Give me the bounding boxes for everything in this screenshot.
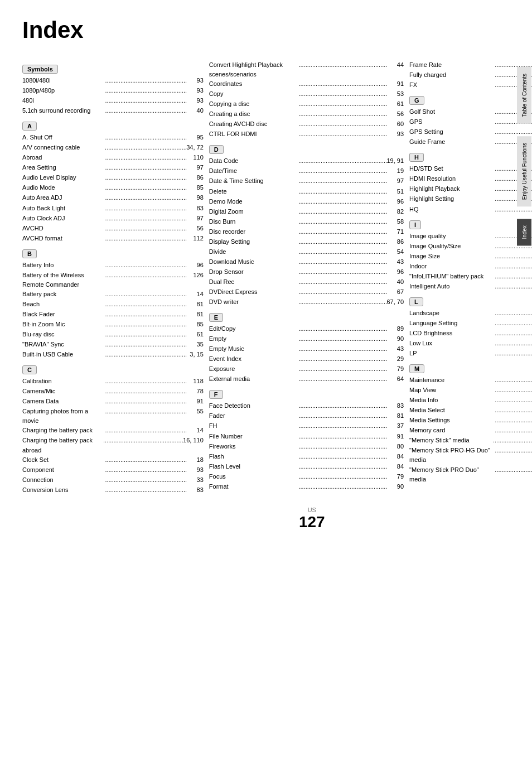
entry-text: Battery Info (22, 261, 105, 271)
section-header: L (409, 297, 423, 306)
list-item: Connection..............................… (22, 475, 204, 485)
entry-text: Display Setting (209, 237, 299, 247)
entry-dots: ........................................… (105, 153, 186, 163)
list-item: LCD Brightness..........................… (409, 329, 532, 339)
list-item: Low Lux.................................… (409, 339, 532, 349)
entry-text: Fader (209, 411, 299, 421)
entry-text: LCD Brightness (409, 329, 495, 339)
entry-page: 43 (387, 257, 404, 267)
entry-text: LP (409, 349, 495, 359)
entry-page: 85 (187, 320, 204, 330)
entry-text: Beach (22, 300, 105, 310)
entry-page: 43 (387, 344, 404, 354)
entry-dots: ........................................… (105, 475, 186, 485)
entry-text: AVCHD (22, 224, 105, 234)
entry-text: Landscape (409, 308, 495, 319)
entry-dots: ........................................… (105, 271, 186, 290)
list-item: Indoor..................................… (409, 262, 532, 272)
entry-text: Format (209, 482, 299, 492)
list-item: File Number.............................… (209, 432, 404, 442)
entry-text: Event Index (209, 354, 299, 364)
entry-dots: ........................................… (105, 193, 186, 203)
entry-text: Download Music (209, 257, 299, 267)
list-item: Display Setting.........................… (209, 237, 404, 247)
entry-dots: ........................................… (298, 421, 387, 431)
entry-text: Flash Level (209, 462, 299, 472)
entry-text: Image Size (409, 252, 495, 262)
entry-dots: ........................................… (105, 455, 186, 465)
list-item: Audio Level Display.....................… (22, 173, 204, 183)
list-item: Charging the battery pack...............… (22, 426, 204, 436)
entry-text: Auto Clock ADJ (22, 214, 105, 224)
list-item: Fully charged...........................… (409, 70, 532, 80)
entry-dots: ........................................… (105, 173, 186, 183)
list-item: Media Settings..........................… (409, 416, 532, 426)
list-item: Clock Set...............................… (22, 455, 204, 465)
section-header: Symbols (22, 65, 58, 74)
entry-dots: ........................................… (298, 472, 387, 482)
list-item: Guide Frame.............................… (409, 137, 532, 147)
entry-text: Camera/Mic (22, 387, 105, 397)
entry-dots: ........................................… (105, 214, 186, 224)
entry-text: A. Shut Off (22, 133, 105, 143)
entry-page: 112 (187, 234, 204, 244)
entry-page: 54 (387, 247, 404, 257)
entry-dots: ........................................… (298, 297, 386, 307)
list-item: Focus...................................… (209, 472, 404, 482)
entry-page: 78 (187, 387, 204, 397)
entry-text: HDMI Resolution (409, 174, 495, 184)
entry-page: 18 (187, 455, 204, 465)
entry-page: 93 (387, 129, 404, 139)
section-header: H (409, 153, 424, 162)
entry-text: GPS Setting (409, 127, 495, 137)
entry-dots: ........................................… (105, 426, 186, 436)
list-item: 480i....................................… (22, 96, 204, 106)
list-item: Edit/Copy...............................… (209, 324, 404, 334)
list-item: Flash...................................… (209, 452, 404, 462)
entry-page: 84 (387, 452, 404, 462)
list-item: Copying a disc..........................… (209, 99, 404, 109)
entry-text: GPS (409, 117, 495, 127)
list-item: A/V connecting cable....................… (22, 143, 204, 153)
page: Table of Contents Enjoy Useful Functions… (0, 0, 532, 757)
tab-enjoy[interactable]: Enjoy Useful Functions (517, 136, 531, 206)
list-item: "InfoLITHIUM" battery pack..............… (409, 272, 532, 282)
entry-dots: ........................................… (105, 377, 186, 387)
entry-text: Empty (209, 334, 299, 344)
entry-dots: ........................................… (105, 106, 186, 116)
entry-text: Auto Area ADJ (22, 193, 105, 203)
list-item: Empty Music.............................… (209, 344, 404, 354)
entry-text: FX (409, 80, 495, 90)
entry-text: External media (209, 374, 299, 384)
tab-toc[interactable]: Table of Contents (517, 67, 531, 124)
entry-dots: ........................................… (298, 482, 387, 492)
list-item: 1080p/480p..............................… (22, 86, 204, 96)
entry-dots: ........................................… (105, 290, 186, 300)
page-title: Index (22, 17, 532, 44)
entry-dots: ........................................… (105, 340, 186, 350)
entry-text: Guide Frame (409, 137, 495, 147)
list-item: FX......................................… (409, 80, 532, 90)
entry-page: 33 (187, 475, 204, 485)
list-item: Data Code...............................… (209, 156, 404, 166)
tab-index[interactable]: Index (517, 219, 531, 245)
entry-dots: ........................................… (298, 257, 387, 267)
entry-text: 1080p/480p (22, 86, 105, 96)
list-item: Camera Data.............................… (22, 397, 204, 407)
entry-page: 19 (387, 166, 404, 176)
entry-text: Camera Data (22, 397, 105, 407)
entry-page: 81 (187, 310, 204, 320)
list-item: Charging the battery pack abroad........… (22, 436, 204, 455)
section-header: G (409, 96, 424, 105)
entry-page: 110 (187, 153, 204, 163)
entry-page: 89 (387, 324, 404, 334)
entry-dots: ........................................… (298, 119, 387, 129)
entry-dots: ........................................… (298, 99, 387, 109)
entry-page: 3, 15 (187, 350, 204, 360)
entry-dots: ........................................… (105, 485, 186, 495)
entry-text: Audio Level Display (22, 173, 105, 183)
list-item: Image Size..............................… (409, 252, 532, 262)
entry-page: 83 (387, 401, 404, 411)
entry-page: 67 (387, 287, 404, 297)
entry-dots: ........................................… (298, 374, 387, 384)
